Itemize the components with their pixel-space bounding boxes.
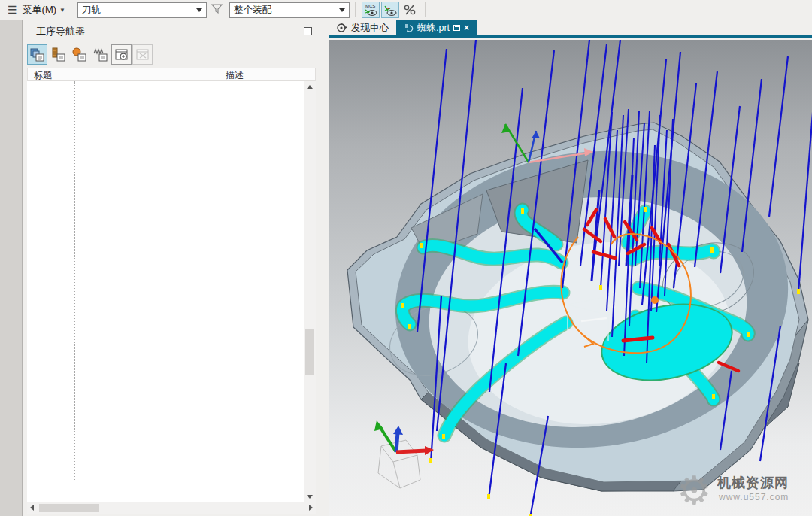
vertical-scrollbar[interactable] <box>304 81 316 502</box>
menu-button[interactable]: 菜单(M) <box>23 3 57 17</box>
machining-method-view-icon <box>93 47 108 62</box>
geometry-view-button[interactable] <box>69 44 89 65</box>
menu-bar: ☰ 菜单(M) ▼ 刀轨 整个装配 MCS <box>0 0 812 20</box>
column-header-description[interactable]: 描述 <box>223 68 304 80</box>
part-setup-icon <box>404 23 414 32</box>
graphics-window: 发现中心 蜘蛛.prt × <box>329 20 812 516</box>
close-window-button[interactable] <box>132 44 153 65</box>
scroll-up-icon[interactable] <box>307 85 313 89</box>
watermark: ⚙ 机械资源网 www.u557.com <box>671 474 806 502</box>
program-order-view-button[interactable] <box>27 44 47 65</box>
tree-guide-line <box>74 81 75 480</box>
column-header-title[interactable]: 标题 <box>28 68 185 80</box>
toolbar-separator <box>355 2 356 17</box>
svg-text:MCS: MCS <box>365 4 375 8</box>
discovery-center-icon <box>336 23 347 33</box>
3d-viewport[interactable]: XC <box>329 40 812 516</box>
navigator-view-toolbar <box>27 43 153 66</box>
toolbar-separator <box>425 2 426 17</box>
operation-table-body <box>27 81 316 502</box>
toolpath-filter-value: 刀轨 <box>82 4 101 17</box>
resource-bar <box>0 20 23 516</box>
tab-discovery-center[interactable]: 发现中心 <box>329 20 396 35</box>
percent-slash-icon <box>403 4 417 16</box>
watermark-gear-icon: ⚙ <box>677 468 712 513</box>
geometry-view-icon <box>72 47 87 62</box>
find-in-navigator-button[interactable] <box>111 44 132 65</box>
tab-discovery-label: 发现中心 <box>351 22 389 35</box>
find-window-icon <box>114 47 129 62</box>
spider-mold-scene: XC <box>329 40 812 516</box>
close-tab-icon[interactable]: × <box>464 23 469 33</box>
wcs-xc-label: XC <box>607 302 617 309</box>
program-order-view-icon <box>30 47 45 62</box>
mcs-eye-icon: MCS <box>363 3 378 17</box>
panel-title-row: 工序导航器 <box>23 20 329 43</box>
part-tab-bar: 发现中心 蜘蛛.prt × <box>329 20 812 38</box>
scroll-down-icon[interactable] <box>307 495 313 499</box>
wcs-eye-icon <box>383 3 398 17</box>
filter-funnel-icon[interactable] <box>211 3 223 17</box>
restore-window-icon[interactable] <box>453 25 460 31</box>
horizontal-scrollbar[interactable] <box>27 502 316 514</box>
show-mcs-button[interactable]: MCS <box>362 2 380 18</box>
panel-title: 工序导航器 <box>36 25 85 38</box>
nx-cam-window: ☰ 菜单(M) ▼ 刀轨 整个装配 MCS <box>0 0 812 516</box>
tab-part-spider[interactable]: 蜘蛛.prt × <box>396 20 477 35</box>
scroll-left-icon[interactable] <box>30 505 34 511</box>
show-wcs-button[interactable] <box>381 2 399 18</box>
machine-tool-view-button[interactable] <box>48 44 68 65</box>
watermark-url: www.u557.com <box>719 492 806 502</box>
hide-percent-button[interactable] <box>401 2 419 18</box>
menu-caret-icon: ▼ <box>59 7 65 14</box>
machine-tool-view-icon <box>51 47 66 62</box>
machining-method-view-button[interactable] <box>90 44 111 65</box>
horizontal-scroll-thumb[interactable] <box>39 504 99 512</box>
scroll-right-icon[interactable] <box>309 505 313 511</box>
watermark-site-name: 机械资源网 <box>717 474 806 492</box>
view-triad <box>374 420 434 488</box>
hamburger-icon[interactable]: ☰ <box>0 4 23 16</box>
float-panel-button[interactable] <box>304 27 312 35</box>
table-header: 标题 描述 <box>27 68 316 81</box>
combo-caret-icon <box>196 8 202 12</box>
vertical-scroll-thumb[interactable] <box>305 329 314 375</box>
assembly-scope-combo[interactable]: 整个装配 <box>229 2 350 18</box>
assembly-scope-value: 整个装配 <box>234 4 271 17</box>
close-window-icon <box>135 47 150 62</box>
combo-caret-icon <box>339 8 345 12</box>
operation-navigator-panel: 工序导航器 <box>23 20 329 516</box>
toolpath-filter-combo[interactable]: 刀轨 <box>77 2 207 18</box>
tab-part-label: 蜘蛛.prt <box>417 22 450 35</box>
